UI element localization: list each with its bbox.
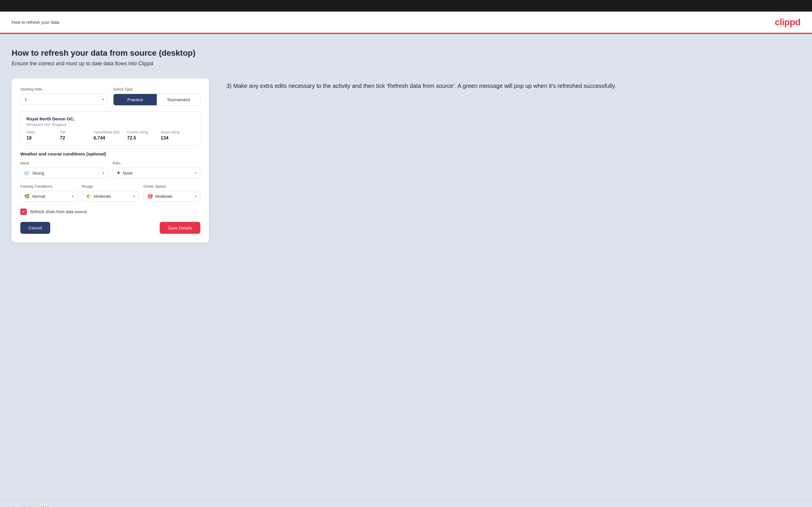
course-name: Royal North Devon GC,	[27, 116, 194, 121]
conditions-title: Weather and course conditions (optional)	[20, 152, 200, 156]
course-rating-value: 72.5	[127, 135, 161, 141]
conditions-row-2: Fairway Conditions 🌿 Normal ▾ Rough 🌾 Mo…	[20, 184, 200, 202]
description-text: 3) Make any extra edits necessary to the…	[226, 81, 800, 91]
form-row-top: Starting Hole 1 10 ▾ Game Type Practice …	[20, 87, 200, 106]
rough-label: Rough	[82, 184, 139, 188]
fairway-select[interactable]: 🌿 Normal ▾	[20, 191, 77, 202]
starting-hole-select[interactable]: 1 10	[20, 94, 107, 105]
rain-label: Rain	[113, 161, 200, 165]
page-heading: How to refresh your data from source (de…	[12, 48, 800, 58]
rough-icon: 🌾	[86, 193, 92, 199]
green-speed-chevron-icon: ▾	[195, 194, 197, 199]
rain-icon: ☀	[116, 170, 120, 176]
rain-value: None	[123, 171, 195, 175]
course-location: Westward Ho!, England	[27, 122, 194, 127]
content-area: Starting Hole 1 10 ▾ Game Type Practice …	[12, 78, 800, 242]
rough-value: Moderate	[94, 194, 133, 199]
stat-course-rating: Course rating 72.5	[127, 130, 161, 141]
green-speed-icon: 🎯	[147, 193, 153, 199]
green-speed-select[interactable]: 🎯 Moderate ▾	[143, 191, 200, 202]
form-panel: Starting Hole 1 10 ▾ Game Type Practice …	[12, 78, 209, 242]
header-title: How to refresh your data	[12, 20, 59, 25]
par-value: 72	[60, 135, 94, 141]
fairway-chevron-icon: ▾	[72, 194, 73, 199]
save-button[interactable]: Save Details	[160, 222, 200, 234]
green-speed-group: Green Speed 🎯 Moderate ▾	[143, 184, 200, 202]
wind-value: Strong	[32, 171, 102, 175]
holes-label: Holes	[27, 130, 60, 134]
rough-select[interactable]: 🌾 Moderate ▾	[82, 191, 139, 202]
header: How to refresh your data clippd	[0, 12, 812, 34]
course-rating-label: Course rating	[127, 130, 161, 134]
course-info-box: Royal North Devon GC, Westward Ho!, Engl…	[20, 111, 200, 146]
starting-hole-select-wrapper: 1 10 ▾	[20, 94, 107, 105]
game-type-label: Game Type	[113, 87, 200, 91]
form-footer: Cancel Save Details	[20, 222, 200, 234]
rough-chevron-icon: ▾	[133, 194, 135, 199]
par-label: Par	[60, 130, 94, 134]
stat-holes: Holes 18	[27, 130, 60, 141]
slope-rating-label: Slope rating	[160, 130, 194, 134]
practice-button[interactable]: Practice	[113, 94, 157, 105]
slope-rating-value: 134	[160, 135, 194, 141]
starting-hole-label: Starting Hole	[20, 87, 107, 91]
footer-copyright: Copyright Clippd 2022	[12, 506, 49, 507]
fairway-value: Normal	[32, 194, 72, 199]
wind-chevron-icon: ▾	[102, 171, 104, 175]
check-icon: ✓	[22, 210, 25, 214]
game-type-toggle: Practice Tournament	[113, 94, 200, 106]
yards-label: Yards/White (M))	[94, 130, 127, 134]
refresh-label: Refresh shots from data source	[30, 210, 87, 214]
description-panel: 3) Make any extra edits necessary to the…	[226, 78, 800, 91]
stat-slope-rating: Slope rating 134	[160, 130, 194, 141]
fairway-group: Fairway Conditions 🌿 Normal ▾	[20, 184, 77, 202]
tournament-button[interactable]: Tournament	[157, 94, 200, 105]
cancel-button[interactable]: Cancel	[20, 222, 50, 234]
rough-group: Rough 🌾 Moderate ▾	[82, 184, 139, 202]
rain-chevron-icon: ▾	[195, 171, 197, 175]
rain-group: Rain ☀ None ▾	[113, 161, 200, 178]
game-type-group: Game Type Practice Tournament	[113, 87, 200, 106]
wind-select[interactable]: 💨 Strong ▾	[20, 168, 108, 178]
main-content: How to refresh your data from source (de…	[0, 34, 812, 500]
holes-value: 18	[27, 135, 60, 141]
logo: clippd	[775, 17, 800, 27]
page-subheading: Ensure the correct and most up to date d…	[12, 61, 800, 67]
refresh-checkbox-row: ✓ Refresh shots from data source	[20, 209, 200, 215]
wind-icon: 💨	[24, 170, 30, 176]
fairway-icon: 🌿	[24, 193, 30, 199]
footer: Copyright Clippd 2022	[0, 500, 812, 507]
stat-par: Par 72	[60, 130, 94, 141]
refresh-checkbox[interactable]: ✓	[20, 209, 27, 215]
rain-select[interactable]: ☀ None ▾	[113, 168, 200, 178]
green-speed-value: Moderate	[155, 194, 195, 199]
wind-label: Wind	[20, 161, 108, 165]
wind-group: Wind 💨 Strong ▾	[20, 161, 108, 178]
yards-value: 6,744	[94, 135, 127, 141]
stat-yards: Yards/White (M)) 6,744	[94, 130, 127, 141]
conditions-section: Weather and course conditions (optional)…	[20, 152, 200, 202]
top-bar	[0, 0, 812, 12]
course-stats: Holes 18 Par 72 Yards/White (M)) 6,744 C…	[27, 130, 194, 141]
wind-rain-row: Wind 💨 Strong ▾ Rain ☀ None ▾	[20, 161, 200, 178]
green-speed-label: Green Speed	[143, 184, 200, 188]
starting-hole-group: Starting Hole 1 10 ▾	[20, 87, 107, 106]
fairway-label: Fairway Conditions	[20, 184, 77, 188]
